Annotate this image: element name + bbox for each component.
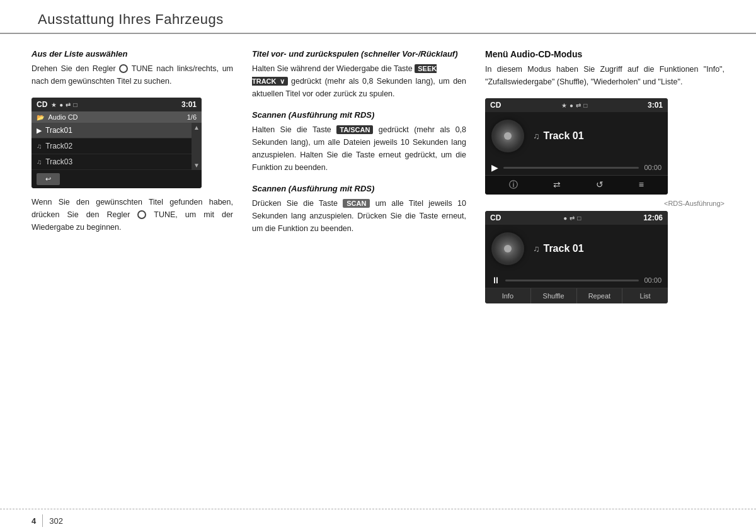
cd-disc-top xyxy=(491,120,524,152)
cd-screen-header-left: CD ★ ● ⇄ □ 3:01 xyxy=(32,98,202,111)
mid-section-2: Scannen (Ausführung mit RDS) Halten Sie … xyxy=(252,110,466,174)
footer-page-number: 4 xyxy=(32,516,36,526)
progress-bar-bottom xyxy=(505,280,639,281)
track-info-bottom: ♫ Track 01 xyxy=(533,243,662,254)
audio-screen-top: CD ★ ● ⇄ □ 3:01 ♫ Track 01 xyxy=(485,98,668,195)
cd-header-icons-left: ★ ● ⇄ □ xyxy=(51,101,77,108)
cd-icon-bottom: □ xyxy=(577,215,581,222)
audio-bottom-controls: Info Shuffle Repeat List xyxy=(485,288,668,303)
play-button-top[interactable]: ▶ xyxy=(491,162,498,173)
time-elapsed-bottom: 00:00 xyxy=(644,276,662,284)
dot-icon-top: ● xyxy=(570,102,573,109)
mid-section-title-1: Titel vor- und zurückspulen (schneller V… xyxy=(252,49,466,59)
mid-section-title-3: Scannen (Ausführung mit RDS) xyxy=(252,184,466,193)
bluetooth-icon: ★ xyxy=(51,101,57,108)
page-header: Ausstattung Ihres Fahrzeugs xyxy=(0,0,756,34)
info-button-bottom[interactable]: Info xyxy=(485,288,531,303)
left-body-text-3: Wenn Sie den gewünschten Titel gefunden … xyxy=(32,196,233,234)
audio-header-icons-bottom: ● ⇄ □ xyxy=(563,215,581,222)
arrows-icon-bottom: ⇄ xyxy=(570,215,575,222)
mid-body-2: Halten Sie die Taste TA/SCAN gedrückt (m… xyxy=(252,123,466,174)
play-icon: ▶ xyxy=(37,127,42,135)
pause-button-bottom[interactable]: ⏸ xyxy=(491,275,500,285)
track-name-1: Track01 xyxy=(45,126,72,135)
track-info-top: ♫ Track 01 xyxy=(533,130,662,142)
page-footer: 4 302 xyxy=(0,509,756,532)
cd-track-list: ▶ Track01 ♫ Track02 ♫ Track03 xyxy=(32,123,192,170)
time-elapsed-top: 00:00 xyxy=(644,164,662,171)
cd-screen-footer: ↩ xyxy=(32,170,202,188)
scan-badge: SCAN xyxy=(343,199,370,208)
repeat-icon-top[interactable]: ↺ xyxy=(596,179,604,191)
dot-icon: ● xyxy=(59,101,63,108)
audio-main-bottom: ♫ Track 01 xyxy=(485,225,668,273)
cd-disc-inner-bottom xyxy=(504,245,512,252)
list-icon-top[interactable]: ≡ xyxy=(639,179,644,191)
right-body-text: In diesem Modus haben Sie Zugriff auf di… xyxy=(485,63,724,88)
tune-icon xyxy=(119,64,128,73)
cd-track-item-3[interactable]: ♫ Track03 xyxy=(32,154,192,170)
cd-back-button[interactable]: ↩ xyxy=(37,173,60,185)
audio-screen-bottom: CD ● ⇄ □ 12:06 ♫ Track 01 xyxy=(485,211,668,303)
bt-icon-top: ★ xyxy=(561,102,567,109)
mid-section-3: Scannen (Ausführung mit RDS) Drücken Sie… xyxy=(252,184,466,235)
audio-screen-header-top: CD ★ ● ⇄ □ 3:01 xyxy=(485,98,668,112)
cd-screen-left: CD ★ ● ⇄ □ 3:01 📂 Audio CD 1/6 xyxy=(32,98,202,188)
info-icon-top[interactable]: ⓘ xyxy=(509,179,518,191)
arrows-icon-top: ⇄ xyxy=(576,102,581,109)
footer-divider xyxy=(42,514,43,527)
note-icon-bottom: ♫ xyxy=(533,244,540,254)
tascan-badge: TA/SCAN xyxy=(336,125,373,134)
mid-section-1: Titel vor- und zurückspulen (schneller V… xyxy=(252,49,466,100)
cd-disc-bottom xyxy=(491,232,524,265)
cd-label-bottom: CD xyxy=(490,213,501,222)
cd-label-left: CD xyxy=(37,100,47,109)
audio-controls-top: ⓘ ⇄ ↺ ≡ xyxy=(485,175,668,195)
cd-screen-subheader: 📂 Audio CD 1/6 xyxy=(32,111,202,123)
audio-cd-label: 📂 Audio CD xyxy=(37,113,78,121)
track-name-3: Track03 xyxy=(45,157,72,166)
cd-track-item-1[interactable]: ▶ Track01 xyxy=(32,123,192,139)
repeat-button-bottom[interactable]: Repeat xyxy=(577,288,623,303)
dot-icon-bottom: ● xyxy=(563,215,567,222)
mid-section-title-2: Scannen (Ausführung mit RDS) xyxy=(252,110,466,120)
note-icon-3: ♫ xyxy=(37,158,42,166)
arrows-icon: ⇄ xyxy=(66,101,71,108)
scroll-up-btn[interactable]: ▲ xyxy=(193,124,200,131)
right-section-title: Menü Audio-CD-Modus xyxy=(485,49,724,59)
audio-time-top: 3:01 xyxy=(648,101,663,110)
note-icon-2: ♫ xyxy=(37,142,42,150)
cd-track-item-2[interactable]: ♫ Track02 xyxy=(32,139,192,154)
list-button-bottom[interactable]: List xyxy=(622,288,668,303)
note-icon-top: ♫ xyxy=(533,131,540,141)
content-area: Aus der Liste auswählen Drehen Sie den R… xyxy=(0,49,756,308)
cd-disc-inner-top xyxy=(504,132,512,140)
cd-icon-top: □ xyxy=(583,102,587,109)
footer-doc-number: 302 xyxy=(49,516,63,526)
audio-header-icons-top: ★ ● ⇄ □ xyxy=(561,102,587,109)
tune-icon-2 xyxy=(137,210,146,219)
cd-scrollbar: ▲ ▼ xyxy=(192,123,202,170)
mid-body-3: Drücken Sie die Taste SCAN um alle Titel… xyxy=(252,197,466,235)
cd-track-row: ▶ Track01 ♫ Track02 ♫ Track03 ▲ ▼ xyxy=(32,123,202,170)
col-mid: Titel vor- und zurückspulen (schneller V… xyxy=(252,49,466,308)
cd-screen-time-left: 3:01 xyxy=(181,100,197,109)
progress-bar-top xyxy=(503,167,639,169)
left-body-text-1: Drehen Sie den Regler TUNE nach links/re… xyxy=(32,62,233,88)
track-name-display-top: ♫ Track 01 xyxy=(533,130,662,142)
col-right: Menü Audio-CD-Modus In diesem Modus habe… xyxy=(485,49,724,308)
track-count: 1/6 xyxy=(187,113,197,121)
col-left: Aus der Liste auswählen Drehen Sie den R… xyxy=(32,49,233,308)
scroll-down-btn[interactable]: ▼ xyxy=(193,162,200,169)
right-section-title-block: Menü Audio-CD-Modus In diesem Modus habe… xyxy=(485,49,724,88)
rds-label: <RDS-Ausführung> xyxy=(485,200,724,207)
audio-time-bottom: 12:06 xyxy=(643,213,663,222)
audio-screen-header-bottom: CD ● ⇄ □ 12:06 xyxy=(485,211,668,225)
track-name-2: Track02 xyxy=(45,142,72,150)
shuffle-icon-top[interactable]: ⇄ xyxy=(553,179,561,191)
page-title: Ausstattung Ihres Fahrzeugs xyxy=(38,11,718,28)
audio-progress-bottom: ⏸ 00:00 xyxy=(485,273,668,288)
shuffle-button-bottom[interactable]: Shuffle xyxy=(531,288,577,303)
left-section-title: Aus der Liste auswählen xyxy=(32,49,233,59)
cd-label-top: CD xyxy=(490,101,501,110)
